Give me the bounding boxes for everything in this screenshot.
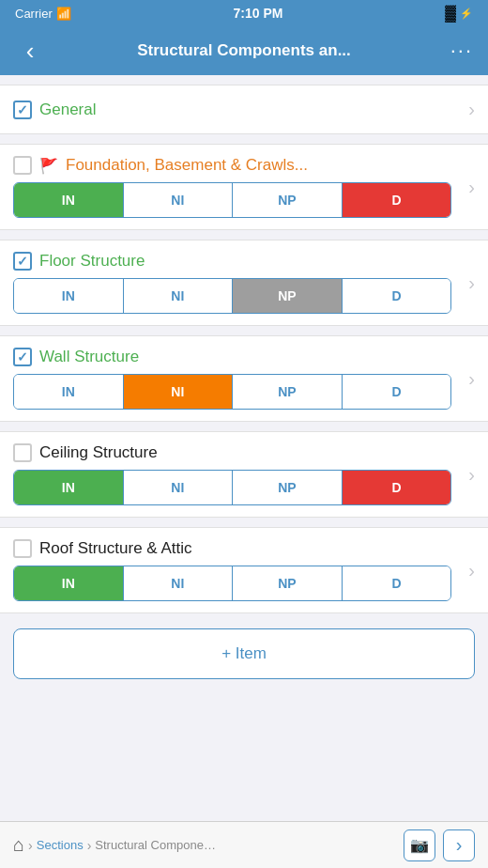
bottom-nav: ⌂ › Sections › Structural Components and… <box>0 821 488 868</box>
back-button[interactable]: ‹ <box>15 39 45 63</box>
section-title-floor: Floor Structure <box>39 252 145 271</box>
checkbox-floor[interactable]: ✓ <box>13 252 32 271</box>
breadcrumb: ⌂ › Sections › Structural Components and… <box>13 834 404 856</box>
section-header-wall: ✓ Wall Structure <box>13 348 465 366</box>
section-row-ceiling[interactable]: Ceiling Structure IN NI NP D › <box>0 431 488 518</box>
more-button[interactable]: ··· <box>443 39 473 63</box>
section-header-ceiling: Ceiling Structure <box>13 443 465 462</box>
section-title-wall: Wall Structure <box>39 348 139 366</box>
section-inner-roof: Roof Structure & Attic IN NI NP D <box>0 528 465 612</box>
checkbox-general[interactable]: ✓ <box>13 101 32 119</box>
battery-icon: ▓ <box>445 5 456 22</box>
add-item-button[interactable]: + Item <box>13 628 475 679</box>
rating-in-ceiling[interactable]: IN <box>14 471 124 504</box>
status-bar: Carrier 📶 7:10 PM ▓ ⚡ <box>0 0 488 26</box>
checkmark-icon: ✓ <box>17 102 28 117</box>
bolt-icon: ⚡ <box>460 8 473 20</box>
checkmark-icon-wall: ✓ <box>17 349 28 364</box>
section-header-floor: ✓ Floor Structure <box>13 252 465 271</box>
rating-bar-foundation: IN NI NP D <box>13 182 451 218</box>
section-row-floor[interactable]: ✓ Floor Structure IN NI NP D › <box>0 240 488 326</box>
chevron-icon-foundation: › <box>465 145 488 229</box>
flag-icon-foundation: 🚩 <box>39 157 58 175</box>
rating-np-wall[interactable]: NP <box>233 375 343 409</box>
chevron-icon-floor: › <box>465 240 488 325</box>
rating-d-ceiling[interactable]: D <box>343 471 451 504</box>
checkbox-roof[interactable] <box>13 539 32 558</box>
add-item-label: + Item <box>221 644 267 663</box>
chevron-icon-ceiling: › <box>465 432 488 517</box>
section-row-wall[interactable]: ✓ Wall Structure IN NI NP D › <box>0 335 488 422</box>
rating-ni-foundation[interactable]: NI <box>124 183 234 217</box>
section-title-roof: Roof Structure & Attic <box>39 539 192 558</box>
rating-ni-wall[interactable]: NI <box>124 375 234 409</box>
section-row-general[interactable]: ✓ General › <box>0 85 488 134</box>
checkmark-icon-floor: ✓ <box>17 254 28 269</box>
breadcrumb-sep-1: › <box>28 838 33 853</box>
forward-button[interactable]: › <box>443 829 475 861</box>
section-row-foundation[interactable]: 🚩 Foundation, Basement & Crawls... IN NI… <box>0 144 488 230</box>
carrier-label: Carrier <box>15 7 53 21</box>
rating-bar-roof: IN NI NP D <box>13 566 451 601</box>
chevron-icon-roof: › <box>465 528 488 612</box>
home-icon[interactable]: ⌂ <box>13 834 24 856</box>
status-time: 7:10 PM <box>234 6 283 21</box>
main-content: ✓ General › 🚩 Foundation, Basement & Cra… <box>0 85 488 679</box>
section-inner-foundation: 🚩 Foundation, Basement & Crawls... IN NI… <box>0 145 465 229</box>
rating-in-wall[interactable]: IN <box>14 375 124 409</box>
rating-np-roof[interactable]: NP <box>233 566 343 600</box>
status-right: ▓ ⚡ <box>445 5 473 22</box>
breadcrumb-current: Structural Components and Fo <box>95 838 217 852</box>
section-title-ceiling: Ceiling Structure <box>39 443 158 462</box>
section-header-general: ✓ General <box>13 101 468 119</box>
forward-icon: › <box>456 834 463 856</box>
wifi-icon: 📶 <box>56 7 71 21</box>
nav-title: Structural Components an... <box>45 41 443 60</box>
rating-d-foundation[interactable]: D <box>343 183 451 217</box>
bottom-actions: 📷 › <box>404 829 475 861</box>
camera-icon: 📷 <box>410 836 429 854</box>
section-inner-floor: ✓ Floor Structure IN NI NP D <box>0 240 465 325</box>
section-inner-wall: ✓ Wall Structure IN NI NP D <box>0 336 465 421</box>
breadcrumb-sep-2: › <box>87 838 92 853</box>
carrier-info: Carrier 📶 <box>15 7 71 21</box>
rating-ni-roof[interactable]: NI <box>124 566 234 600</box>
rating-in-foundation[interactable]: IN <box>14 183 124 217</box>
chevron-icon-general: › <box>468 99 475 120</box>
rating-np-ceiling[interactable]: NP <box>233 471 343 504</box>
camera-button[interactable]: 📷 <box>404 829 435 861</box>
rating-bar-floor: IN NI NP D <box>13 278 451 314</box>
section-header-foundation: 🚩 Foundation, Basement & Crawls... <box>13 156 465 175</box>
rating-in-floor[interactable]: IN <box>14 279 124 313</box>
rating-in-roof[interactable]: IN <box>14 566 124 600</box>
rating-d-floor[interactable]: D <box>343 279 451 313</box>
rating-d-wall[interactable]: D <box>343 375 451 409</box>
section-row-roof[interactable]: Roof Structure & Attic IN NI NP D › <box>0 527 488 613</box>
rating-np-foundation[interactable]: NP <box>233 183 343 217</box>
section-title-foundation: Foundation, Basement & Crawls... <box>66 156 308 175</box>
rating-np-floor[interactable]: NP <box>233 279 343 313</box>
checkbox-wall[interactable]: ✓ <box>13 348 32 366</box>
section-title-general: General <box>39 101 96 119</box>
checkbox-foundation[interactable] <box>13 156 32 175</box>
chevron-icon-wall: › <box>465 336 488 421</box>
rating-ni-ceiling[interactable]: NI <box>124 471 234 504</box>
rating-bar-wall: IN NI NP D <box>13 374 451 410</box>
rating-ni-floor[interactable]: NI <box>124 279 234 313</box>
checkbox-ceiling[interactable] <box>13 443 32 462</box>
breadcrumb-sections[interactable]: Sections <box>37 838 84 852</box>
section-inner-ceiling: Ceiling Structure IN NI NP D <box>0 432 465 517</box>
rating-d-roof[interactable]: D <box>343 566 451 600</box>
nav-bar: ‹ Structural Components an... ··· <box>0 26 488 75</box>
rating-bar-ceiling: IN NI NP D <box>13 470 451 505</box>
section-header-roof: Roof Structure & Attic <box>13 539 465 558</box>
